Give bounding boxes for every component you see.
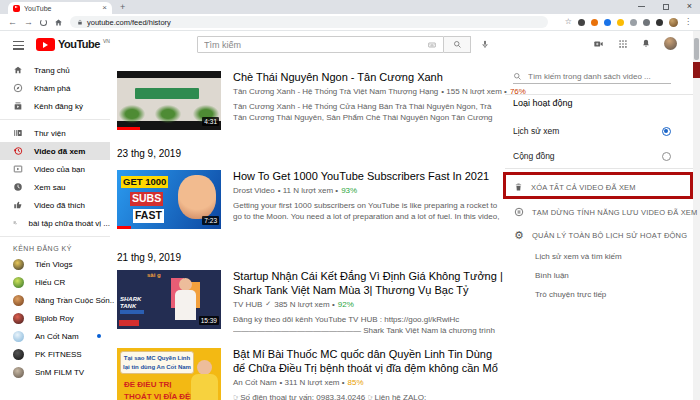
video-title[interactable]: How To Get 1000 YouTube Subscribers Fast…	[233, 170, 503, 184]
window-maximize-icon[interactable]	[663, 4, 669, 10]
extension-icon[interactable]	[617, 19, 624, 26]
browser-tab[interactable]: YouTube ×	[8, 2, 112, 14]
video-title[interactable]: Startup Nhận Cái Kết Đắng Vì Định Giá Kh…	[233, 270, 503, 298]
thumbs-up-icon	[13, 200, 23, 210]
activity-type-title: Loại hoạt động	[513, 98, 573, 108]
sidebar-item-library[interactable]: Thư viện	[0, 124, 110, 142]
gear-icon: ⚙	[514, 230, 524, 241]
video-thumbnail[interactable]: Tại sao MC Quyền Linh lại tin dùng An Cố…	[117, 348, 221, 400]
sidebar-channel[interactable]: Biplob Roy	[0, 309, 110, 327]
bookmark-star-icon[interactable]: ☆	[565, 18, 572, 26]
youtube-logo[interactable]: YouTube VN	[36, 38, 110, 51]
sidebar-channel[interactable]: SnM FILM TV	[0, 363, 110, 381]
account-avatar[interactable]	[664, 37, 677, 50]
youtube-apps-icon[interactable]	[618, 39, 628, 49]
link-comments[interactable]: Bình luận	[535, 271, 569, 280]
notifications-bell-icon[interactable]	[641, 38, 651, 49]
history-search-input[interactable]	[528, 72, 671, 81]
sidebar-item-label: Video đã thích	[34, 201, 85, 210]
tab-close-icon[interactable]: ×	[102, 4, 107, 12]
radio-option-watch-history[interactable]: Lịch sử xem	[513, 126, 671, 136]
extension-icon[interactable]	[578, 19, 585, 26]
new-content-dot	[97, 334, 101, 338]
channel-name[interactable]: Drost Video	[233, 186, 275, 195]
search-area	[197, 36, 490, 53]
home-icon	[13, 65, 23, 75]
video-thumbnail[interactable]: sài g SHARKTANK 15:39	[117, 270, 221, 329]
channel-name[interactable]: An Cốt Nam	[233, 378, 277, 387]
link-watch-search-history[interactable]: Lịch sử xem và tìm kiếm	[535, 252, 622, 261]
channel-name[interactable]: Tân Cương Xanh - Hệ Thống Trà Việt Nam T…	[233, 87, 438, 96]
video-title[interactable]: Bật Mí Bài Thuốc MC quốc dân Quyền Linh …	[233, 348, 503, 376]
search-button[interactable]	[444, 36, 471, 53]
back-icon[interactable]: ←	[8, 18, 17, 27]
extension-icon[interactable]	[630, 19, 637, 26]
sidebar-item-home[interactable]: Trang chủ	[0, 61, 110, 79]
radio-option-community[interactable]: Cộng đồng	[513, 151, 671, 161]
video-thumbnail[interactable]: GET 1000 SUBS FAST 7:23	[117, 170, 221, 229]
sidebar-item-liked-videos[interactable]: Video đã thích	[0, 196, 110, 214]
channel-name: An Cốt Nam	[35, 332, 79, 341]
video-row: sài g SHARKTANK 15:39 Startup Nhận Cái K…	[117, 270, 503, 338]
sidebar-item-your-videos[interactable]: Video của bạn	[0, 160, 110, 178]
channel-name[interactable]: TV HUB	[233, 300, 262, 309]
sidebar-channel[interactable]: An Cốt Nam	[0, 327, 110, 345]
channel-name: Biplob Roy	[35, 314, 74, 323]
forward-icon[interactable]: →	[24, 18, 33, 27]
sidebar-channel[interactable]: Tiến Vlogs	[0, 255, 110, 273]
sidebar-channel[interactable]: Hiếu CR	[0, 273, 110, 291]
create-video-icon[interactable]	[592, 39, 605, 49]
video-title[interactable]: Chè Thái Nguyên Ngon - Tân Cương Xanh	[233, 71, 503, 85]
link-live-chat[interactable]: Trò chuyện trực tiếp	[535, 290, 606, 299]
pause-watch-history-button[interactable]: TẠM DỪNG TÍNH NĂNG LƯU VIDEO ĐÃ XEM	[514, 207, 698, 217]
browser-profile-avatar[interactable]	[669, 18, 678, 27]
search-input[interactable]	[204, 40, 427, 50]
sidebar-item-explore[interactable]: Khám phá	[0, 79, 110, 97]
tab-title: YouTube	[24, 5, 98, 12]
new-tab-button[interactable]: +	[120, 3, 125, 12]
channel-avatar	[13, 313, 24, 324]
extensions-puzzle-icon[interactable]	[656, 19, 663, 26]
extension-icon[interactable]	[604, 19, 611, 26]
rating-percent: 92%	[338, 300, 354, 309]
duration-badge: 7:23	[202, 216, 219, 225]
scrollbar-thumb[interactable]	[694, 38, 699, 60]
manage-activity-button[interactable]: ⚙ QUẢN LÝ TOÀN BỘ LỊCH SỬ HOẠT ĐỘNG	[514, 230, 687, 241]
channel-name: Tiến Vlogs	[35, 260, 73, 269]
sidebar-item-watch-later[interactable]: Xem sau	[0, 178, 110, 196]
chrome-toolbar-icons: ☆ ⋮	[565, 18, 692, 27]
pause-circle-icon	[514, 207, 524, 217]
sidebar-item-playlist[interactable]: bài tập chữa thoát vị ...	[0, 214, 110, 232]
sidebar-channel[interactable]: Năng Trần Cuộc Sốn..	[0, 291, 110, 309]
duration-badge: 15:39	[199, 316, 219, 325]
radio-selected-icon[interactable]	[662, 127, 671, 136]
video-thumbnail[interactable]: 4:31	[117, 71, 221, 130]
sidebar-item-history[interactable]: Video đã xem	[0, 142, 110, 160]
voice-search-button[interactable]	[480, 36, 490, 53]
browser-menu-icon[interactable]: ⋮	[684, 18, 692, 26]
window-close-icon[interactable]: ×	[687, 2, 692, 11]
sidebar-divider	[0, 236, 110, 237]
chrome-home-icon[interactable]	[54, 18, 63, 27]
channel-name: Hiếu CR	[35, 278, 65, 287]
refresh-icon[interactable]	[40, 19, 47, 26]
url-bar[interactable]: youtube.com/feed/history	[70, 16, 548, 28]
guide-menu-icon[interactable]	[13, 41, 24, 52]
channel-avatar	[13, 367, 24, 378]
sidebar-item-subscriptions[interactable]: Kênh đăng ký	[0, 97, 110, 115]
radio-unselected-icon[interactable]	[662, 152, 671, 161]
clear-all-label: XÓA TẤT CẢ VIDEO ĐÃ XEM	[531, 183, 636, 192]
clear-all-watch-history-button[interactable]: XÓA TẤT CẢ VIDEO ĐÃ XEM	[514, 182, 636, 192]
watch-progress-bar	[117, 226, 131, 229]
sidebar-item-label: Trang chủ	[34, 66, 70, 75]
search-field[interactable]	[197, 36, 444, 53]
panel-divider	[505, 94, 693, 95]
extension-icon[interactable]	[643, 19, 650, 26]
thumbnail-art	[119, 105, 145, 123]
history-search-field[interactable]	[513, 70, 671, 84]
extension-icon[interactable]	[591, 19, 598, 26]
window-minimize-icon[interactable]	[638, 6, 645, 7]
keyboard-icon[interactable]	[427, 41, 437, 49]
search-icon	[453, 40, 462, 49]
sidebar-channel[interactable]: PK FITNESS	[0, 345, 110, 363]
